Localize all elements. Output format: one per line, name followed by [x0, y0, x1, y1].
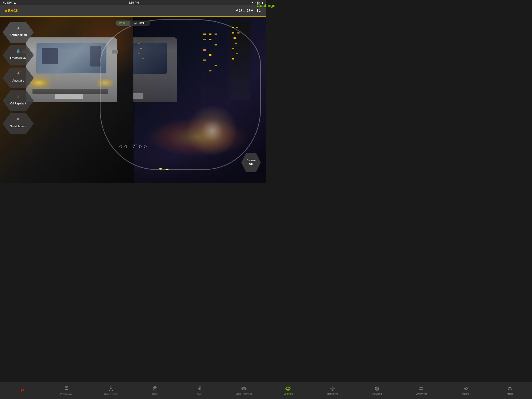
coating-sidebar: ✦ Antireflexion 💧 Hydrophobic ⚡ Antistat… — [3, 22, 34, 134]
coating-antireflexion[interactable]: ✦ Antireflexion — [3, 22, 34, 43]
antistatic-icon: ⚡ — [16, 71, 21, 75]
arrow-left-double: ◁ — [119, 144, 122, 148]
arrow-right-double: ▷ — [144, 144, 147, 148]
time-display: 3:59 PM — [128, 1, 139, 4]
main-content: WITH WITHOUT ✦ Antireflexion 💧 Hydrophob… — [0, 17, 266, 183]
with-without-toggle: WITH WITHOUT — [115, 21, 150, 26]
wifi-icon: ▲ — [14, 1, 16, 4]
coating-hydrophobic[interactable]: 💧 Hydrophobic — [3, 45, 34, 65]
arrow-left: ◁ — [124, 144, 127, 148]
coating-antistatic[interactable]: ⚡ Antistatic — [3, 68, 34, 88]
without-button[interactable]: WITHOUT — [130, 21, 150, 26]
bus-scene-right — [133, 24, 185, 115]
back-button[interactable]: ◀ BACK — [4, 9, 18, 13]
coating-label-antistatic: Antistatic — [12, 79, 24, 82]
coating-label-antireflexion: Antireflexion — [9, 33, 27, 36]
back-label: BACK — [8, 9, 18, 13]
coating-scratchproof[interactable]: ✕ Scratchproof — [3, 113, 34, 134]
hydrophobic-icon: 💧 — [16, 48, 21, 53]
coating-label-hydrophobic: Hydrophobic — [10, 56, 26, 59]
divider-line — [133, 17, 133, 183]
arrow-right: ▷ — [139, 144, 142, 148]
coating-label-scratchproof: Scratchproof — [10, 125, 26, 128]
drag-handle[interactable]: ◁ ◁ ☞ ▷ ▷ — [119, 141, 147, 151]
choose-ar-line1: Choose — [247, 159, 255, 162]
scratchproof-icon: ✕ — [17, 117, 20, 121]
antireflexion-icon: ✦ — [16, 25, 20, 31]
choose-ar-line2: AR — [249, 162, 253, 166]
hand-cursor-icon: ☞ — [129, 141, 137, 151]
oil-repelant-icon: ☞ — [16, 94, 20, 99]
nav-title: Coatings — [257, 0, 266, 11]
with-button[interactable]: WITH — [115, 21, 130, 26]
coating-label-oil-repelant: Oil Repelant — [10, 102, 26, 105]
carrier-label: No SIM — [3, 1, 12, 4]
nav-bar: ◀ BACK Coatings POL OPTIC — [0, 5, 266, 17]
status-bar: No SIM ▲ 3:59 PM ✦ 44% ▮ — [0, 0, 266, 5]
coating-oil-repelant[interactable]: ☞ Oil Repelant — [3, 90, 34, 111]
back-chevron-icon: ◀ — [4, 9, 7, 13]
status-left: No SIM ▲ — [3, 1, 16, 4]
bluetooth-icon: ✦ — [251, 1, 254, 4]
